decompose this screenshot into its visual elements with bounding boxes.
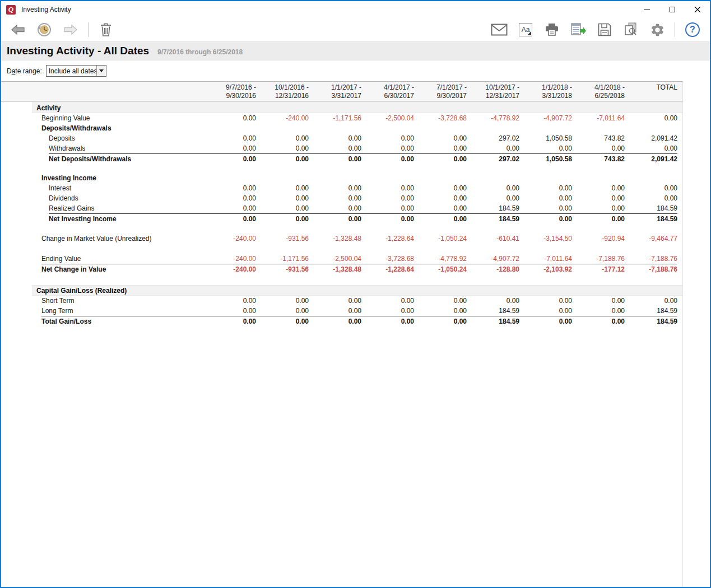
value-cell[interactable]: -4,907.72 [467, 254, 519, 264]
value-cell[interactable]: 0.00 [256, 306, 309, 316]
value-cell[interactable]: 0.00 [414, 306, 467, 316]
value-cell[interactable]: 0.00 [572, 143, 625, 153]
value-cell[interactable]: 0.00 [256, 154, 309, 164]
value-cell[interactable]: 0.00 [256, 143, 309, 153]
value-cell[interactable]: 0.00 [256, 316, 309, 326]
value-cell[interactable]: 0.00 [572, 306, 625, 316]
value-cell[interactable]: 0.00 [309, 214, 361, 223]
value-cell[interactable]: 0.00 [467, 143, 519, 153]
value-cell[interactable]: 0.00 [519, 193, 572, 203]
value-cell[interactable]: -7,011.64 [519, 254, 572, 264]
email-button[interactable] [490, 20, 509, 39]
value-cell[interactable]: 0.00 [361, 154, 414, 164]
value-cell[interactable]: -240.00 [203, 254, 256, 264]
value-cell[interactable]: 0.00 [414, 143, 467, 153]
value-cell[interactable]: 0.00 [467, 193, 519, 203]
value-cell[interactable]: -3,728.68 [414, 113, 467, 123]
value-cell[interactable]: 0.00 [519, 316, 572, 326]
value-cell[interactable]: -931.56 [256, 264, 309, 274]
value-cell[interactable]: 0.00 [361, 143, 414, 153]
date-range-select[interactable]: Include all dates [46, 65, 106, 77]
value-cell[interactable]: 0.00 [203, 154, 256, 164]
value-cell[interactable]: 0.00 [572, 183, 625, 193]
value-cell[interactable]: 0.00 [361, 316, 414, 326]
print-preview-button[interactable] [621, 20, 640, 39]
value-cell[interactable]: -1,328.48 [309, 234, 361, 244]
value-cell[interactable]: 0.00 [309, 193, 361, 203]
value-cell[interactable]: 0.00 [361, 306, 414, 316]
value-cell[interactable]: 0.00 [572, 316, 625, 326]
value-cell[interactable]: -1,171.56 [256, 254, 309, 264]
value-cell[interactable]: 0.00 [203, 133, 256, 143]
value-cell[interactable]: 0.00 [625, 193, 677, 203]
value-cell[interactable]: 0.00 [361, 133, 414, 143]
value-cell[interactable]: 0.00 [361, 296, 414, 306]
minimize-button[interactable] [634, 1, 659, 18]
value-cell[interactable]: 743.82 [572, 154, 625, 164]
back-button[interactable] [8, 20, 27, 39]
value-cell[interactable]: 184.59 [467, 214, 519, 223]
value-cell[interactable]: 743.82 [572, 133, 625, 143]
value-cell[interactable]: -931.56 [256, 234, 309, 244]
value-cell[interactable]: 0.00 [519, 203, 572, 213]
value-cell[interactable]: -240.00 [203, 264, 256, 274]
value-cell[interactable]: -240.00 [203, 234, 256, 244]
value-cell[interactable]: 0.00 [203, 214, 256, 223]
value-cell[interactable]: 0.00 [414, 133, 467, 143]
value-cell[interactable]: 0.00 [361, 193, 414, 203]
value-cell[interactable]: 0.00 [625, 113, 677, 123]
value-cell[interactable]: 2,091.42 [625, 133, 677, 143]
value-cell[interactable]: 0.00 [572, 296, 625, 306]
value-cell[interactable]: -2,500.04 [361, 113, 414, 123]
close-button[interactable] [685, 1, 710, 18]
value-cell[interactable]: 1,050.58 [519, 154, 572, 164]
value-cell[interactable]: -1,228.64 [361, 234, 414, 244]
value-cell[interactable]: 0.00 [256, 183, 309, 193]
value-cell[interactable]: 0.00 [256, 214, 309, 223]
value-cell[interactable]: 0.00 [361, 214, 414, 223]
value-cell[interactable]: 297.02 [467, 133, 519, 143]
maximize-button[interactable] [659, 1, 685, 18]
value-cell[interactable]: 184.59 [625, 306, 677, 316]
value-cell[interactable]: -4,778.92 [467, 113, 519, 123]
value-cell[interactable]: 0.00 [203, 113, 256, 123]
value-cell[interactable]: 0.00 [414, 183, 467, 193]
value-cell[interactable]: 0.00 [256, 296, 309, 306]
print-button[interactable] [542, 20, 561, 39]
value-cell[interactable]: 0.00 [256, 193, 309, 203]
forward-button[interactable] [61, 20, 80, 39]
value-cell[interactable]: 0.00 [203, 143, 256, 153]
value-cell[interactable]: -2,103.92 [519, 264, 572, 274]
value-cell[interactable]: -3,728.68 [361, 254, 414, 264]
value-cell[interactable]: 0.00 [572, 214, 625, 223]
value-cell[interactable]: -1,171.56 [309, 113, 361, 123]
value-cell[interactable]: 0.00 [572, 193, 625, 203]
value-cell[interactable]: -9,464.77 [625, 234, 677, 244]
value-cell[interactable]: 0.00 [414, 203, 467, 213]
value-cell[interactable]: 184.59 [467, 306, 519, 316]
value-cell[interactable]: 0.00 [467, 296, 519, 306]
value-cell[interactable]: -240.00 [256, 113, 309, 123]
history-button[interactable] [35, 20, 54, 39]
value-cell[interactable]: 0.00 [309, 203, 361, 213]
value-cell[interactable]: 0.00 [361, 183, 414, 193]
value-cell[interactable]: 0.00 [625, 143, 677, 153]
value-cell[interactable]: 0.00 [414, 214, 467, 223]
export-button[interactable] [569, 20, 588, 39]
value-cell[interactable]: -1,328.48 [309, 264, 361, 274]
value-cell[interactable]: 0.00 [519, 214, 572, 223]
value-cell[interactable]: 1,050.58 [519, 133, 572, 143]
value-cell[interactable]: -7,188.76 [625, 254, 677, 264]
value-cell[interactable]: 0.00 [256, 133, 309, 143]
value-cell[interactable]: 0.00 [414, 193, 467, 203]
value-cell[interactable]: -610.41 [467, 234, 519, 244]
value-cell[interactable]: 0.00 [309, 154, 361, 164]
value-cell[interactable]: 297.02 [467, 154, 519, 164]
value-cell[interactable]: 0.00 [256, 203, 309, 213]
value-cell[interactable]: 184.59 [467, 316, 519, 326]
value-cell[interactable]: 0.00 [414, 316, 467, 326]
value-cell[interactable]: 184.59 [625, 214, 677, 223]
value-cell[interactable]: -920.94 [572, 234, 625, 244]
value-cell[interactable]: 0.00 [625, 183, 677, 193]
value-cell[interactable]: -1,050.24 [414, 264, 467, 274]
